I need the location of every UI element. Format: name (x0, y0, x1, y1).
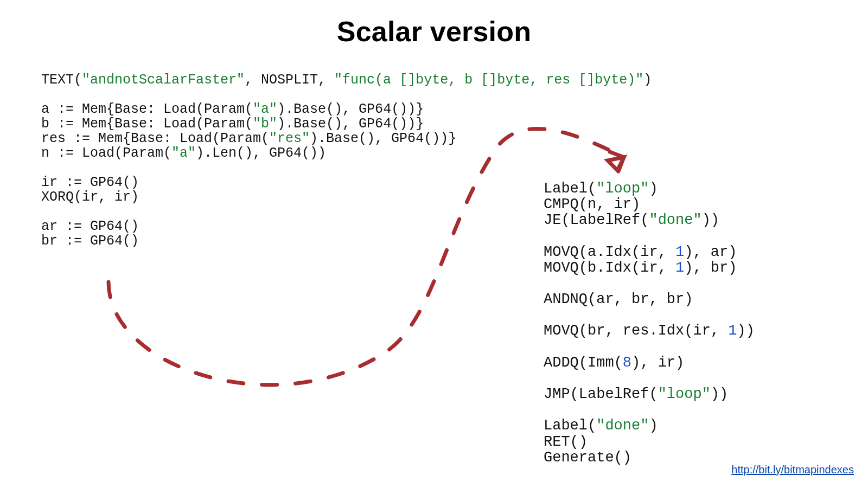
footer-link[interactable]: http://bit.ly/bitmapindexes (731, 464, 854, 476)
code-right: Label("loop") CMPQ(n, ir) JE(LabelRef("d… (544, 181, 755, 466)
slide-title: Scalar version (0, 15, 868, 48)
